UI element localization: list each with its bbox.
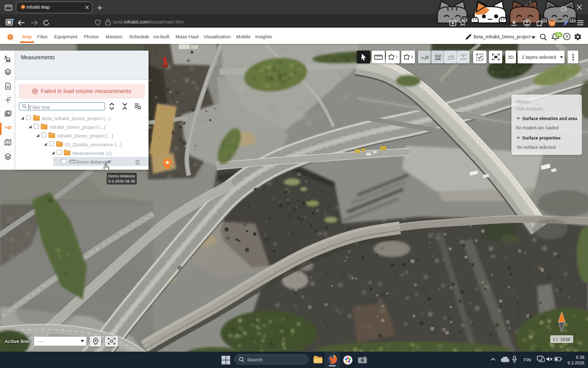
svg-text:z: z	[526, 3, 528, 7]
svg-text:?: ?	[566, 34, 569, 39]
